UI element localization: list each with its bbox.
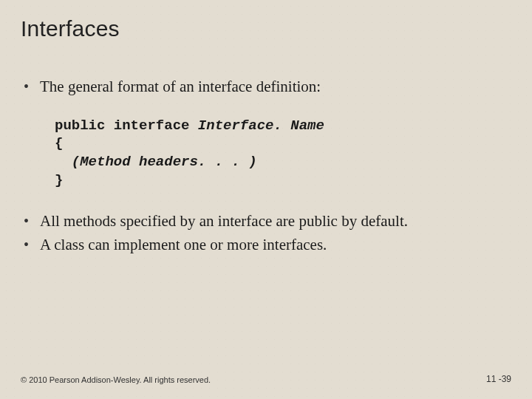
- page-number: 11 -39: [486, 374, 511, 384]
- bullet-list-top: The general format of an interface defin…: [21, 77, 511, 98]
- bullet-item: A class can implement one or more interf…: [21, 235, 511, 256]
- code-text: }: [55, 172, 63, 188]
- bullet-item: The general format of an interface defin…: [21, 77, 511, 98]
- copyright-text: © 2010 Pearson Addison-Wesley. All right…: [21, 375, 211, 384]
- code-text: public interface: [55, 117, 198, 134]
- slide-content: The general format of an interface defin…: [21, 77, 511, 259]
- bullet-list-bottom: All methods specified by an interface ar…: [21, 211, 511, 255]
- code-ident: (Method headers. . . ): [72, 154, 257, 170]
- code-ident: Interface. Name: [198, 117, 324, 134]
- code-text: [55, 154, 72, 170]
- code-text: {: [55, 135, 63, 151]
- bullet-item: All methods specified by an interface ar…: [21, 211, 511, 232]
- code-block: public interface Interface. Name { (Meth…: [55, 117, 511, 190]
- slide-title: Interfaces: [21, 16, 120, 41]
